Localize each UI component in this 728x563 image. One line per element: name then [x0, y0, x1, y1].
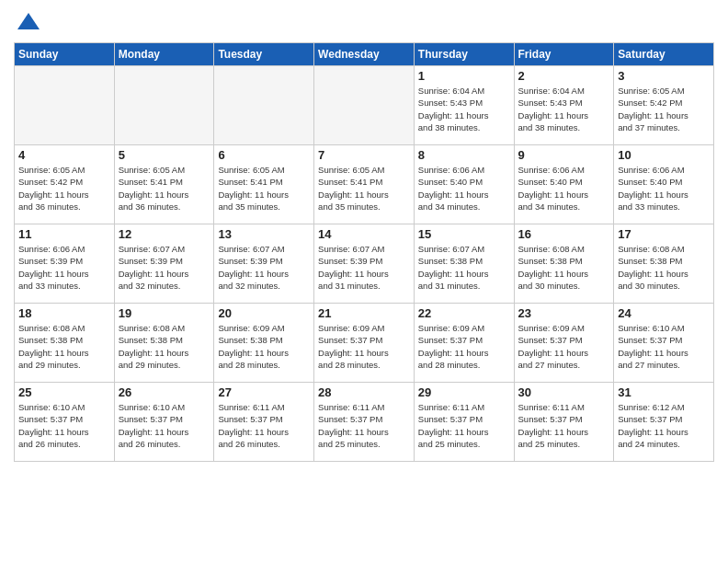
- day-info: Sunrise: 6:11 AMSunset: 5:37 PMDaylight:…: [218, 401, 310, 450]
- calendar-cell: 27Sunrise: 6:11 AMSunset: 5:37 PMDayligh…: [214, 383, 314, 462]
- day-number: 26: [119, 385, 210, 399]
- day-info: Sunrise: 6:07 AMSunset: 5:38 PMDaylight:…: [418, 243, 510, 292]
- day-number: 11: [18, 227, 110, 241]
- calendar-cell: [214, 66, 314, 145]
- weekday-header: Thursday: [414, 43, 514, 66]
- calendar-cell: 15Sunrise: 6:07 AMSunset: 5:38 PMDayligh…: [414, 224, 514, 304]
- calendar-cell: 30Sunrise: 6:11 AMSunset: 5:37 PMDayligh…: [514, 383, 614, 462]
- calendar-cell: 3Sunrise: 6:05 AMSunset: 5:42 PMDaylight…: [614, 66, 714, 145]
- day-info: Sunrise: 6:07 AMSunset: 5:39 PMDaylight:…: [218, 243, 310, 292]
- calendar-cell: 16Sunrise: 6:08 AMSunset: 5:38 PMDayligh…: [514, 224, 614, 304]
- day-info: Sunrise: 6:06 AMSunset: 5:40 PMDaylight:…: [418, 164, 510, 213]
- day-number: 23: [518, 306, 610, 320]
- day-number: 18: [18, 306, 110, 320]
- day-info: Sunrise: 6:12 AMSunset: 5:37 PMDaylight:…: [618, 401, 710, 450]
- day-info: Sunrise: 6:11 AMSunset: 5:37 PMDaylight:…: [418, 401, 510, 450]
- weekday-header: Friday: [514, 43, 614, 66]
- day-number: 22: [418, 306, 510, 320]
- day-info: Sunrise: 6:06 AMSunset: 5:40 PMDaylight:…: [618, 164, 710, 213]
- day-number: 16: [518, 227, 610, 241]
- day-number: 29: [418, 385, 510, 399]
- day-info: Sunrise: 6:11 AMSunset: 5:37 PMDaylight:…: [518, 401, 610, 450]
- day-number: 17: [618, 227, 710, 241]
- day-info: Sunrise: 6:06 AMSunset: 5:40 PMDaylight:…: [518, 164, 610, 213]
- day-info: Sunrise: 6:05 AMSunset: 5:41 PMDaylight:…: [218, 164, 310, 213]
- calendar-cell: 7Sunrise: 6:05 AMSunset: 5:41 PMDaylight…: [314, 145, 415, 224]
- day-number: 12: [119, 227, 210, 241]
- day-number: 3: [618, 69, 710, 83]
- day-number: 7: [318, 148, 410, 162]
- calendar-cell: 2Sunrise: 6:04 AMSunset: 5:43 PMDaylight…: [514, 66, 614, 145]
- day-number: 21: [318, 306, 410, 320]
- weekday-header: Wednesday: [314, 43, 415, 66]
- day-info: Sunrise: 6:10 AMSunset: 5:37 PMDaylight:…: [618, 322, 710, 371]
- calendar-week-row: 1Sunrise: 6:04 AMSunset: 5:43 PMDaylight…: [15, 66, 714, 145]
- day-info: Sunrise: 6:10 AMSunset: 5:37 PMDaylight:…: [119, 401, 210, 450]
- day-number: 2: [518, 69, 610, 83]
- day-info: Sunrise: 6:09 AMSunset: 5:38 PMDaylight:…: [218, 322, 310, 371]
- day-info: Sunrise: 6:11 AMSunset: 5:37 PMDaylight:…: [318, 401, 410, 450]
- calendar-week-row: 11Sunrise: 6:06 AMSunset: 5:39 PMDayligh…: [15, 224, 714, 304]
- day-info: Sunrise: 6:08 AMSunset: 5:38 PMDaylight:…: [18, 322, 110, 371]
- calendar-cell: 28Sunrise: 6:11 AMSunset: 5:37 PMDayligh…: [314, 383, 415, 462]
- calendar-cell: 29Sunrise: 6:11 AMSunset: 5:37 PMDayligh…: [414, 383, 514, 462]
- day-info: Sunrise: 6:05 AMSunset: 5:42 PMDaylight:…: [618, 85, 710, 133]
- calendar-cell: 25Sunrise: 6:10 AMSunset: 5:37 PMDayligh…: [15, 383, 115, 462]
- calendar-week-row: 4Sunrise: 6:05 AMSunset: 5:42 PMDaylight…: [15, 145, 714, 224]
- calendar-cell: 18Sunrise: 6:08 AMSunset: 5:38 PMDayligh…: [15, 304, 115, 383]
- calendar-cell: 13Sunrise: 6:07 AMSunset: 5:39 PMDayligh…: [214, 224, 314, 304]
- calendar-cell: 6Sunrise: 6:05 AMSunset: 5:41 PMDaylight…: [214, 145, 314, 224]
- calendar-cell: 23Sunrise: 6:09 AMSunset: 5:37 PMDayligh…: [514, 304, 614, 383]
- logo: [14, 9, 41, 35]
- day-number: 4: [18, 148, 110, 162]
- page: SundayMondayTuesdayWednesdayThursdayFrid…: [0, 0, 728, 563]
- calendar-cell: 19Sunrise: 6:08 AMSunset: 5:38 PMDayligh…: [114, 304, 214, 383]
- calendar-cell: 4Sunrise: 6:05 AMSunset: 5:42 PMDaylight…: [15, 145, 115, 224]
- logo-icon: [16, 9, 41, 35]
- day-number: 9: [518, 148, 610, 162]
- day-info: Sunrise: 6:06 AMSunset: 5:39 PMDaylight:…: [18, 243, 110, 292]
- calendar-cell: 1Sunrise: 6:04 AMSunset: 5:43 PMDaylight…: [414, 66, 514, 145]
- calendar-table: SundayMondayTuesdayWednesdayThursdayFrid…: [14, 42, 714, 462]
- day-number: 30: [518, 385, 610, 399]
- calendar-cell: 20Sunrise: 6:09 AMSunset: 5:38 PMDayligh…: [214, 304, 314, 383]
- day-info: Sunrise: 6:10 AMSunset: 5:37 PMDaylight:…: [18, 401, 110, 450]
- header: [14, 9, 714, 35]
- weekday-header: Monday: [114, 43, 214, 66]
- calendar-cell: 26Sunrise: 6:10 AMSunset: 5:37 PMDayligh…: [114, 383, 214, 462]
- weekday-header: Sunday: [15, 43, 115, 66]
- day-info: Sunrise: 6:07 AMSunset: 5:39 PMDaylight:…: [119, 243, 210, 292]
- calendar-week-row: 25Sunrise: 6:10 AMSunset: 5:37 PMDayligh…: [15, 383, 714, 462]
- day-number: 5: [119, 148, 210, 162]
- svg-marker-0: [17, 13, 40, 29]
- day-number: 15: [418, 227, 510, 241]
- day-number: 31: [618, 385, 710, 399]
- weekday-header-row: SundayMondayTuesdayWednesdayThursdayFrid…: [15, 43, 714, 66]
- day-info: Sunrise: 6:08 AMSunset: 5:38 PMDaylight:…: [518, 243, 610, 292]
- day-info: Sunrise: 6:04 AMSunset: 5:43 PMDaylight:…: [518, 85, 610, 133]
- day-number: 14: [318, 227, 410, 241]
- calendar-cell: 9Sunrise: 6:06 AMSunset: 5:40 PMDaylight…: [514, 145, 614, 224]
- day-number: 6: [218, 148, 310, 162]
- day-number: 8: [418, 148, 510, 162]
- calendar-cell: 21Sunrise: 6:09 AMSunset: 5:37 PMDayligh…: [314, 304, 415, 383]
- calendar-cell: [314, 66, 415, 145]
- day-number: 1: [418, 69, 510, 83]
- day-info: Sunrise: 6:05 AMSunset: 5:42 PMDaylight:…: [18, 164, 110, 213]
- day-info: Sunrise: 6:08 AMSunset: 5:38 PMDaylight:…: [119, 322, 210, 371]
- day-info: Sunrise: 6:09 AMSunset: 5:37 PMDaylight:…: [418, 322, 510, 371]
- calendar-cell: 8Sunrise: 6:06 AMSunset: 5:40 PMDaylight…: [414, 145, 514, 224]
- day-number: 20: [218, 306, 310, 320]
- weekday-header: Saturday: [614, 43, 714, 66]
- day-number: 19: [119, 306, 210, 320]
- day-number: 28: [318, 385, 410, 399]
- day-info: Sunrise: 6:05 AMSunset: 5:41 PMDaylight:…: [119, 164, 210, 213]
- calendar-cell: 22Sunrise: 6:09 AMSunset: 5:37 PMDayligh…: [414, 304, 514, 383]
- calendar-cell: 5Sunrise: 6:05 AMSunset: 5:41 PMDaylight…: [114, 145, 214, 224]
- day-info: Sunrise: 6:08 AMSunset: 5:38 PMDaylight:…: [618, 243, 710, 292]
- day-number: 13: [218, 227, 310, 241]
- day-number: 25: [18, 385, 110, 399]
- calendar-cell: 11Sunrise: 6:06 AMSunset: 5:39 PMDayligh…: [15, 224, 115, 304]
- day-info: Sunrise: 6:09 AMSunset: 5:37 PMDaylight:…: [318, 322, 410, 371]
- calendar-cell: [114, 66, 214, 145]
